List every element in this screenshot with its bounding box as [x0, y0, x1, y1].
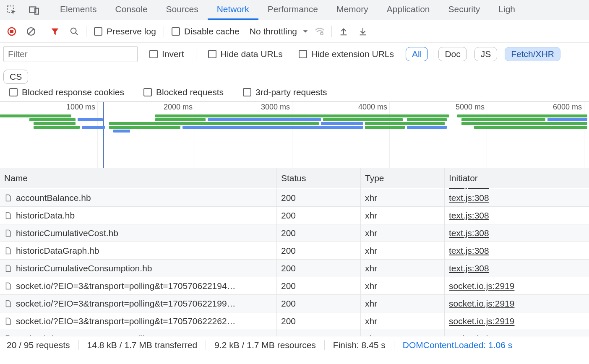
tick-label: 1000 ms [66, 103, 98, 112]
tab-sources[interactable]: Sources [157, 0, 208, 20]
svg-point-7 [71, 28, 76, 33]
timeline-bars [0, 114, 589, 168]
tab-security[interactable]: Security [439, 0, 489, 20]
svg-rect-4 [10, 30, 13, 33]
divider [433, 48, 433, 60]
tab-console[interactable]: Console [106, 0, 157, 20]
checkbox-icon [149, 50, 158, 58]
cell-name: historicData.hb [16, 211, 75, 221]
throttling-select[interactable]: No throttling [250, 26, 309, 36]
disable-cache-check[interactable]: Disable cache [172, 26, 240, 36]
filter-input[interactable] [3, 46, 138, 62]
table-row[interactable]: historicData.hb 200 xhr text.js:308 [0, 207, 589, 224]
table-row[interactable]: historicCumulativeCost.hb 200 xhr text.j… [0, 224, 589, 242]
third-party-check[interactable]: 3rd-party requests [243, 87, 327, 97]
checkbox-icon [9, 88, 18, 96]
cell-initiator[interactable]: socket.io.js:2919 [449, 316, 514, 326]
invert-check[interactable]: Invert [149, 49, 184, 59]
preserve-log-check[interactable]: Preserve log [94, 26, 156, 36]
cell-name: historicDataGraph.hb [16, 246, 99, 256]
hide-data-urls-label: Hide data URLs [221, 49, 283, 59]
file-icon [4, 335, 12, 336]
cell-name: socket.io/?EIO=3&transport=polling&t=170… [16, 334, 236, 336]
col-name[interactable]: Name [0, 168, 277, 188]
blocked-requests-label: Blocked requests [156, 87, 224, 97]
chip-fetch-xhr[interactable]: Fetch/XHR [505, 47, 560, 61]
cell-name: socket.io/?EIO=3&transport=polling&t=170… [16, 299, 236, 309]
status-finish: Finish: 8.45 s [325, 340, 394, 350]
cell-initiator[interactable]: socket.io.js:2919 [449, 299, 514, 309]
svg-line-8 [76, 32, 78, 35]
hide-ext-urls-check[interactable]: Hide extension URLs [299, 49, 394, 59]
checkbox-icon [299, 50, 307, 58]
filter-icon[interactable] [47, 23, 63, 40]
cell-type: xhr [361, 207, 445, 224]
tab-network[interactable]: Network [208, 0, 258, 20]
upload-har-icon[interactable] [335, 23, 352, 40]
table-row[interactable]: accountBalance.hb 200 xhr text.js:308 [0, 189, 589, 207]
devtools-tabs: Elements Console Sources Network Perform… [51, 0, 524, 20]
tab-application[interactable]: Application [378, 0, 439, 20]
cell-initiator[interactable]: text.js:308 [449, 246, 489, 256]
tick-label: 2000 ms [164, 103, 195, 112]
blocked-requests-check[interactable]: Blocked requests [143, 87, 224, 97]
chip-css[interactable]: CS [3, 70, 28, 84]
cell-type: xhr [361, 242, 445, 259]
inspect-element-icon[interactable] [0, 0, 23, 20]
tab-memory[interactable]: Memory [327, 0, 378, 20]
table-row[interactable]: socket.io/?EIO=3&transport=polling&t=170… [0, 277, 589, 295]
tab-elements[interactable]: Elements [51, 0, 106, 20]
download-har-icon[interactable] [354, 23, 371, 40]
cell-type: xhr [361, 295, 445, 312]
chip-js[interactable]: JS [474, 47, 498, 61]
table-row[interactable]: socket.io/?EIO=3&transport=polling&t=170… [0, 295, 589, 312]
chip-doc[interactable]: Doc [438, 47, 467, 61]
cell-status: 200 [277, 277, 361, 294]
cell-initiator[interactable]: socket.io.js:2919 [449, 281, 514, 291]
status-requests: 20 / 95 requests [7, 340, 79, 350]
search-icon[interactable] [66, 23, 83, 40]
cell-name: historicCumulativeConsumption.hb [16, 263, 152, 273]
cell-initiator[interactable]: socket.io.js:2919 [449, 334, 514, 336]
hide-data-urls-check[interactable]: Hide data URLs [208, 49, 283, 59]
disable-cache-label: Disable cache [184, 26, 240, 36]
filter-row-2: Blocked response cookies Blocked request… [0, 86, 589, 102]
divider [43, 26, 43, 37]
divider [164, 26, 164, 37]
device-toggle-icon[interactable] [23, 0, 45, 20]
invert-label: Invert [162, 49, 184, 59]
filter-row: Invert Hide data URLs Hide extension URL… [0, 43, 589, 86]
cell-initiator[interactable]: text.js:308 [449, 211, 489, 221]
blocked-cookies-check[interactable]: Blocked response cookies [9, 87, 124, 97]
status-transferred: 14.8 kB / 1.7 MB transferred [79, 340, 206, 350]
cell-status: 200 [277, 312, 361, 330]
checkbox-icon [143, 88, 152, 96]
chip-all[interactable]: All [406, 47, 428, 61]
cell-initiator[interactable]: text.js:308 [449, 228, 489, 238]
devtools-top-bar: Elements Console Sources Network Perform… [0, 0, 589, 20]
network-conditions-icon[interactable] [311, 23, 328, 40]
cell-status: 200 [277, 189, 361, 206]
table-row[interactable]: historicCumulativeConsumption.hb 200 xhr… [0, 260, 589, 277]
cell-type: xhr [361, 189, 445, 206]
status-bar: 20 / 95 requests 14.8 kB / 1.7 MB transf… [0, 336, 589, 354]
record-button[interactable] [3, 23, 20, 40]
cell-initiator[interactable]: text.js:308 [449, 193, 489, 203]
table-row[interactable]: socket.io/?EIO=3&transport=polling&t=170… [0, 312, 589, 330]
divider [86, 26, 86, 37]
timeline-overview[interactable]: 1000 ms 2000 ms 3000 ms 4000 ms 5000 ms … [0, 102, 589, 168]
table-body: 200 xhr text.js:308 accountBalance.hb 20… [0, 188, 589, 336]
table-row[interactable]: socket.io/?EIO=3&transport=polling&t=170… [0, 330, 589, 336]
table-row[interactable]: historicDataGraph.hb 200 xhr text.js:308 [0, 242, 589, 260]
col-status[interactable]: Status [277, 168, 361, 188]
tab-performance[interactable]: Performance [258, 0, 327, 20]
clear-button[interactable] [23, 23, 39, 40]
cell-initiator[interactable]: text.js:308 [449, 188, 489, 189]
col-initiator[interactable]: Initiator [445, 168, 589, 188]
col-type[interactable]: Type [361, 168, 445, 188]
cell-initiator[interactable]: text.js:308 [449, 263, 489, 273]
tab-lighthouse[interactable]: Ligh [489, 0, 524, 20]
file-icon [4, 229, 12, 237]
hide-ext-urls-label: Hide extension URLs [311, 49, 394, 59]
divider [48, 4, 48, 16]
